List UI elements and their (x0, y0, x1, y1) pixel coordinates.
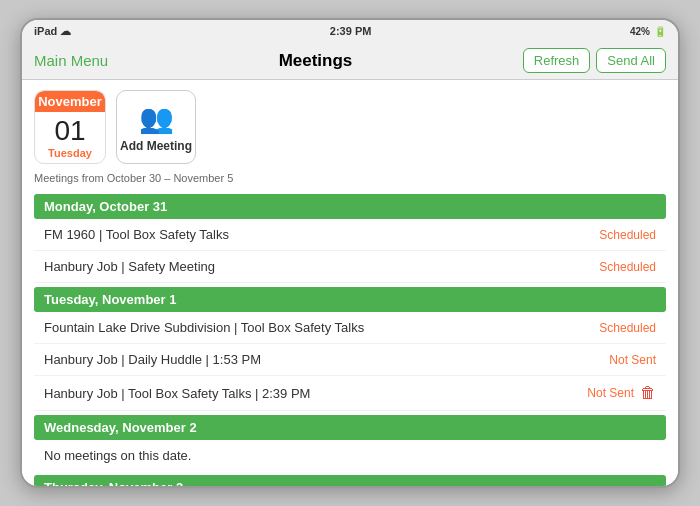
meeting-name: FM 1960 | Tool Box Safety Talks (44, 227, 229, 242)
meeting-row[interactable]: Hanbury Job | Safety MeetingScheduled (34, 251, 666, 283)
status-bar: iPad ☁ 2:39 PM 42% 🔋 (22, 20, 678, 42)
meeting-status-row: Scheduled (599, 260, 656, 274)
status-right: 42% 🔋 (630, 26, 666, 37)
section-block: Tuesday, November 1Fountain Lake Drive S… (34, 287, 666, 411)
status-left: iPad ☁ (34, 25, 71, 38)
meeting-status: Scheduled (599, 321, 656, 335)
calendar-month: November (35, 91, 105, 112)
meeting-status: Scheduled (599, 260, 656, 274)
meeting-name: Hanbury Job | Safety Meeting (44, 259, 215, 274)
send-all-button[interactable]: Send All (596, 48, 666, 73)
meeting-name: Fountain Lake Drive Subdivision | Tool B… (44, 320, 364, 335)
nav-buttons: Refresh Send All (523, 48, 666, 73)
meeting-status-row: Not Sent🗑 (587, 384, 656, 402)
meeting-status-row: Scheduled (599, 321, 656, 335)
day-header: Monday, October 31 (34, 194, 666, 219)
meeting-name: Hanbury Job | Tool Box Safety Talks | 2:… (44, 386, 310, 401)
meeting-name: Hanbury Job | Daily Huddle | 1:53 PM (44, 352, 261, 367)
section-block: Wednesday, November 2No meetings on this… (34, 415, 666, 471)
meeting-row[interactable]: Fountain Lake Drive Subdivision | Tool B… (34, 312, 666, 344)
main-menu-link[interactable]: Main Menu (34, 52, 108, 69)
meeting-row[interactable]: FM 1960 | Tool Box Safety TalksScheduled (34, 219, 666, 251)
calendar-day-number: 01 (35, 112, 105, 147)
day-header: Thursday, November 3 (34, 475, 666, 486)
meeting-status: Scheduled (599, 228, 656, 242)
calendar-tile[interactable]: November 01 Tuesday (34, 90, 106, 164)
add-meeting-button[interactable]: 👥 Add Meeting (116, 90, 196, 164)
meeting-status: Not Sent (587, 386, 634, 400)
day-header: Wednesday, November 2 (34, 415, 666, 440)
battery-icon: 🔋 (654, 26, 666, 37)
add-meeting-label: Add Meeting (120, 139, 192, 153)
main-content: November 01 Tuesday 👥 Add Meeting Meetin… (22, 80, 678, 486)
calendar-day-name: Tuesday (35, 147, 105, 163)
battery-percent: 42% (630, 26, 650, 37)
status-time: 2:39 PM (330, 25, 372, 37)
meeting-row[interactable]: Hanbury Job | Daily Huddle | 1:53 PMNot … (34, 344, 666, 376)
page-title: Meetings (279, 51, 353, 71)
meeting-row[interactable]: Hanbury Job | Tool Box Safety Talks | 2:… (34, 376, 666, 411)
meeting-status: Not Sent (609, 353, 656, 367)
sections-container: Monday, October 31FM 1960 | Tool Box Saf… (34, 194, 666, 486)
meeting-row[interactable]: No meetings on this date. (34, 440, 666, 471)
day-header: Tuesday, November 1 (34, 287, 666, 312)
section-block: Thursday, November 3 (34, 475, 666, 486)
delete-icon[interactable]: 🗑 (640, 384, 656, 402)
section-block: Monday, October 31FM 1960 | Tool Box Saf… (34, 194, 666, 283)
ipad-frame: iPad ☁ 2:39 PM 42% 🔋 Main Menu Meetings … (20, 18, 680, 488)
nav-bar: Main Menu Meetings Refresh Send All (22, 42, 678, 80)
date-range: Meetings from October 30 – November 5 (34, 172, 666, 184)
top-section: November 01 Tuesday 👥 Add Meeting (34, 90, 666, 164)
meeting-status-row: Scheduled (599, 228, 656, 242)
meeting-status-row: Not Sent (609, 353, 656, 367)
refresh-button[interactable]: Refresh (523, 48, 591, 73)
add-meeting-icon: 👥 (139, 102, 174, 135)
